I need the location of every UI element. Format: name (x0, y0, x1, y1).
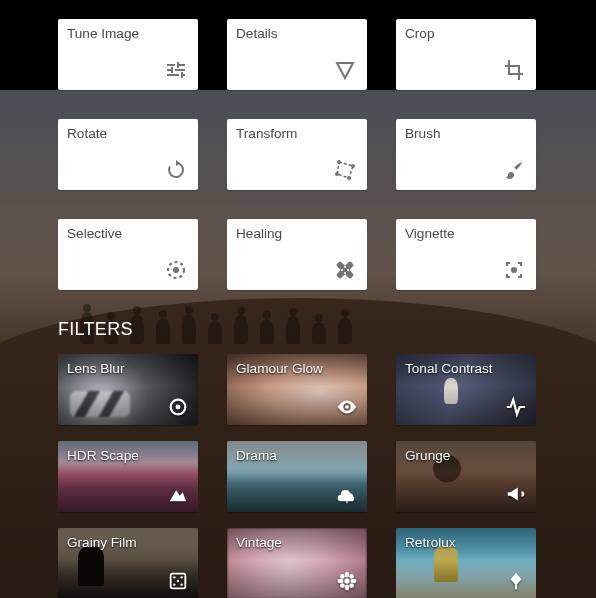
tool-label: Healing (236, 226, 358, 241)
svg-point-8 (344, 266, 346, 268)
filter-glamour-glow[interactable]: Glamour Glow (227, 354, 367, 425)
svg-point-1 (351, 164, 355, 168)
svg-point-5 (173, 267, 179, 273)
filter-label: Glamour Glow (236, 361, 323, 376)
filter-vintage[interactable]: Vintage (227, 528, 367, 598)
svg-point-11 (347, 269, 349, 271)
filter-label: Retrolux (405, 535, 456, 550)
svg-point-15 (345, 405, 349, 409)
crop-icon (502, 58, 526, 82)
tool-details[interactable]: Details (227, 19, 367, 90)
filter-drama[interactable]: Drama (227, 441, 367, 512)
svg-point-26 (350, 579, 356, 583)
cloud-icon (336, 483, 358, 505)
filter-tonal-contrast[interactable]: Tonal Contrast (396, 354, 536, 425)
tool-label: Brush (405, 126, 527, 141)
svg-point-17 (173, 576, 175, 578)
tool-brush[interactable]: Brush (396, 119, 536, 190)
svg-point-29 (340, 583, 345, 588)
svg-point-2 (347, 176, 351, 180)
filter-label: Grunge (405, 448, 450, 463)
filter-grainy-film[interactable]: Grainy Film (58, 528, 198, 598)
filter-label: Tonal Contrast (405, 361, 493, 376)
filter-label: Drama (236, 448, 277, 463)
svg-point-21 (180, 583, 182, 585)
svg-point-10 (341, 269, 343, 271)
tool-label: Crop (405, 26, 527, 41)
filter-hdr-scape[interactable]: HDR Scape (58, 441, 198, 512)
svg-point-27 (340, 574, 345, 579)
megaphone-icon (505, 483, 527, 505)
filter-lens-blur[interactable]: Lens Blur (58, 354, 198, 425)
svg-point-28 (349, 574, 354, 579)
svg-rect-31 (515, 585, 517, 590)
tool-label: Vignette (405, 226, 527, 241)
tool-tune-image[interactable]: Tune Image (58, 19, 198, 90)
vignette-icon (502, 258, 526, 282)
tool-label: Selective (67, 226, 189, 241)
tool-label: Tune Image (67, 26, 189, 41)
diamond-icon (505, 570, 527, 592)
svg-point-3 (335, 172, 339, 176)
svg-point-14 (176, 405, 181, 410)
filter-label: Grainy Film (67, 535, 136, 550)
svg-point-23 (345, 572, 349, 578)
filter-grunge[interactable]: Grunge (396, 441, 536, 512)
svg-point-12 (511, 267, 517, 273)
svg-point-19 (177, 580, 179, 582)
svg-point-9 (344, 272, 346, 274)
tool-selective[interactable]: Selective (58, 219, 198, 290)
tool-rotate[interactable]: Rotate (58, 119, 198, 190)
lensblur-icon (167, 396, 189, 418)
eye-icon (336, 396, 358, 418)
filter-label: Vintage (236, 535, 282, 550)
flower-icon (336, 570, 358, 592)
svg-point-30 (349, 583, 354, 588)
tool-vignette[interactable]: Vignette (396, 219, 536, 290)
filter-retrolux[interactable]: Retrolux (396, 528, 536, 598)
svg-point-22 (344, 578, 350, 584)
mountain-icon (167, 483, 189, 505)
tool-crop[interactable]: Crop (396, 19, 536, 90)
filter-label: Lens Blur (67, 361, 124, 376)
tool-label: Details (236, 26, 358, 41)
svg-point-24 (345, 584, 349, 590)
rotate-icon (164, 158, 188, 182)
filters-section-title: FILTERS (0, 290, 596, 354)
svg-point-18 (180, 576, 182, 578)
tool-label: Rotate (67, 126, 189, 141)
healing-icon (333, 258, 357, 282)
details-icon (333, 58, 357, 82)
tool-healing[interactable]: Healing (227, 219, 367, 290)
tool-transform[interactable]: Transform (227, 119, 367, 190)
selective-icon (164, 258, 188, 282)
filter-label: HDR Scape (67, 448, 139, 463)
filters-grid: Lens Blur Glamour Glow Tonal Contrast HD… (0, 354, 596, 598)
tool-label: Transform (236, 126, 358, 141)
tune-icon (164, 58, 188, 82)
tools-grid: Tune Image Details Crop Rotate Transform… (0, 0, 596, 290)
svg-point-20 (173, 583, 175, 585)
svg-point-0 (337, 160, 341, 164)
svg-point-25 (338, 579, 344, 583)
transform-icon (333, 158, 357, 182)
pulse-icon (505, 396, 527, 418)
brush-icon (502, 158, 526, 182)
dice-icon (167, 570, 189, 592)
